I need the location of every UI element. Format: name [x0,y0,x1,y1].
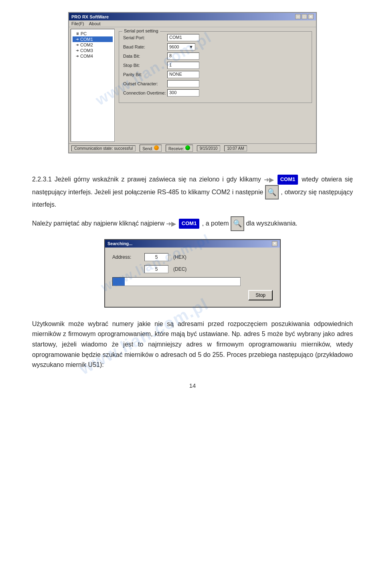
dialog-wrapper: Searching... ✕ Address: 5 (HEX) 5 ( [24,239,361,308]
sw-close-btn[interactable]: ✕ [308,14,314,19]
dialog-close-btn[interactable]: ✕ [272,241,278,246]
sw-status-time: 10:07 AM [224,145,247,151]
arrow-icon-com1: ➜ [76,37,79,41]
paragraph-2: Należy pamiętać aby najpierw kliknąć naj… [32,216,353,231]
paragraph-1: 2.2.3.1 Jeżeli górny wskaźnik z prawej z… [32,174,353,210]
com1-badge-2: COM1 [179,219,200,229]
sw-field-data-bit: Data Bit: 8 [123,52,308,60]
dialog-address-label: Address: [112,254,144,260]
sw-menu-about[interactable]: About [89,21,101,26]
arrow-icon-com2: ➜ [76,43,79,47]
sw-tree-com2[interactable]: ➜ COM2 [73,42,113,48]
sw-body: 🖥 PC ➜ COM1 ➜ COM2 ➜ COM3 [69,27,316,143]
text-section-1: 2.2.3.1 Jeżeli górny wskaźnik z prawej z… [32,174,353,231]
dialog-dec-row: 5 (DEC) [112,265,273,273]
sw-field-serial-port: Serial Port: COM1 [123,34,308,41]
dialog-hex-unit: (HEX) [173,254,186,260]
para2-text1: Należy pamiętać aby najpierw kliknąć naj… [32,220,166,227]
dialog-title: Searching... [107,241,132,246]
sw-tree-root-label: PC [81,31,87,36]
sw-serial-port-group: Serial port setting Serial Port: COM1 Ba… [119,31,312,103]
arrow-icon-com3: ➜ [76,48,79,52]
sw-field-connection-overtime: Connection Overtime: 300 [123,89,308,97]
para2-text2: , a potem [202,220,231,227]
para2-text3: dla wyszukiwania. [246,220,297,227]
dialog-progress-bar [113,278,125,286]
com1-badge-1: COM1 [278,175,298,185]
dialog-hex-row: Address: 5 (HEX) [112,253,273,261]
sw-status-date: 9/15/2010 [197,145,221,151]
dialog-hex-value: 5 [144,253,168,261]
page-number: 14 [24,382,361,389]
sw-tree-com3[interactable]: ➜ COM3 [73,48,113,53]
sw-tree-com4-label: COM4 [80,54,93,58]
dialog-bottom-row: Stop [112,290,273,300]
searching-dialog: Searching... ✕ Address: 5 (HEX) 5 ( [104,239,281,308]
search-icon-inline-1: 🔍 [265,185,279,200]
sw-tree-com1[interactable]: ➜ COM1 [73,36,113,42]
arrow-icon-inline-1: ➜▶ [264,175,274,185]
sw-menu-file[interactable]: File(F) [71,21,84,26]
sw-main-panel: Serial port setting Serial Port: COM1 Ba… [116,29,314,142]
sw-tree-com2-label: COM2 [80,42,93,47]
dialog-dec-value: 5 [144,265,168,273]
led-send [154,145,159,150]
sw-tree-com4[interactable]: ➜ COM4 [73,53,113,59]
sw-status-receive: Receive: [166,145,193,152]
sw-status-send: Send: [140,145,162,152]
paragraph-3: Użytkownik może wybrać numery jakie nie … [32,319,353,370]
sw-statusbar: Communication state: successful Send: Re… [69,143,316,153]
sw-group-label: Serial port setting [122,28,160,33]
sw-menubar: File(F) About [69,20,316,27]
led-receive [185,145,190,150]
para1-text1: 2.2.3.1 Jeżeli górny wskaźnik z prawej z… [32,176,264,183]
search-icon-inline-2: 🔍 [231,216,244,231]
sw-tree-root: 🖥 PC [73,31,113,36]
sw-min-btn[interactable]: − [295,14,301,19]
sw-field-outset-char: Outset Character: [123,80,308,87]
sw-status-state: Communication state: successful [71,145,136,151]
dialog-dec-unit: (DEC) [173,266,186,272]
arrow-icon-com4: ➜ [76,54,79,58]
sw-titlebar-controls: − □ ✕ [295,14,314,19]
computer-icon: 🖥 [76,32,79,36]
dialog-body: Address: 5 (HEX) 5 (DEC) [105,248,280,307]
stop-button[interactable]: Stop [248,290,273,300]
sw-tree-com1-label: COM1 [80,37,93,42]
sw-tree-panel: 🖥 PC ➜ COM1 ➜ COM2 ➜ COM3 [71,29,115,142]
sw-max-btn[interactable]: □ [302,14,307,19]
software-screenshot: PRO RX SoftWare − □ ✕ File(F) About 🖥 PC [68,12,317,153]
sw-title: PRO RX SoftWare [71,14,109,19]
sw-field-parity-bit: Parity Bit: NONE [123,71,308,78]
sw-tree-com3-label: COM3 [80,48,93,53]
sw-field-baud-rate: Baud Rate: 9600▼ [123,43,308,50]
sw-titlebar: PRO RX SoftWare − □ ✕ [69,13,316,20]
arrow-icon-inline-2: ➜▶ [166,219,176,229]
dialog-progress-wrapper [112,277,273,286]
sw-field-stop-bit: Stop Bit: 1 [123,62,308,69]
dialog-titlebar: Searching... ✕ [105,240,280,248]
dialog-progress-area [112,277,241,286]
text-section-2: Użytkownik może wybrać numery jakie nie … [32,319,353,370]
